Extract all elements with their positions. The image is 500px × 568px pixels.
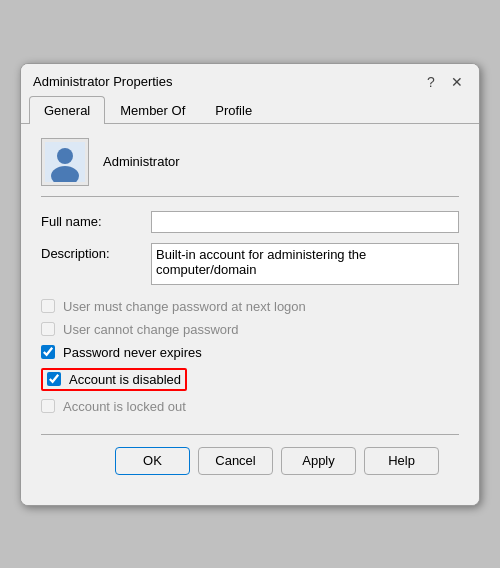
ok-button[interactable]: OK — [115, 447, 190, 475]
checkbox-account-locked-row: Account is locked out — [41, 399, 459, 414]
checkbox-must-change-password-row: User must change password at next logon — [41, 299, 459, 314]
checkbox-account-locked-label: Account is locked out — [63, 399, 186, 414]
checkbox-account-disabled[interactable] — [47, 372, 61, 386]
checkbox-password-never-expires-label: Password never expires — [63, 345, 202, 360]
user-name-label: Administrator — [103, 154, 180, 169]
dialog-content: Administrator Full name: Description: Bu… — [21, 124, 479, 505]
cancel-button[interactable]: Cancel — [198, 447, 273, 475]
checkbox-account-disabled-label: Account is disabled — [69, 372, 181, 387]
checkbox-cannot-change-password-label: User cannot change password — [63, 322, 239, 337]
user-avatar — [41, 138, 89, 186]
administrator-properties-dialog: Administrator Properties ? ✕ General Mem… — [20, 63, 480, 506]
help-icon-button[interactable]: ? — [421, 72, 441, 92]
checkbox-must-change-password-label: User must change password at next logon — [63, 299, 306, 314]
tab-general[interactable]: General — [29, 96, 105, 124]
fullname-label: Full name: — [41, 214, 151, 229]
checkbox-account-locked[interactable] — [41, 399, 55, 413]
description-row: Description: Built-in account for admini… — [41, 243, 459, 285]
close-button[interactable]: ✕ — [447, 72, 467, 92]
checkbox-must-change-password[interactable] — [41, 299, 55, 313]
title-bar-controls: ? ✕ — [421, 72, 467, 92]
checkbox-cannot-change-password-row: User cannot change password — [41, 322, 459, 337]
checkbox-account-disabled-row: Account is disabled — [41, 368, 459, 391]
fullname-input[interactable] — [151, 211, 459, 233]
user-info-section: Administrator — [41, 138, 459, 197]
tabs: General Member Of Profile — [21, 96, 479, 124]
checkbox-password-never-expires[interactable] — [41, 345, 55, 359]
description-input[interactable]: Built-in account for administering the c… — [151, 243, 459, 285]
dialog-title: Administrator Properties — [33, 74, 172, 89]
account-disabled-highlight: Account is disabled — [41, 368, 187, 391]
apply-button[interactable]: Apply — [281, 447, 356, 475]
title-bar: Administrator Properties ? ✕ — [21, 64, 479, 96]
fullname-row: Full name: — [41, 211, 459, 233]
footer-buttons: OK Cancel Apply Help — [41, 434, 459, 491]
tab-member-of[interactable]: Member Of — [105, 96, 200, 124]
svg-point-1 — [57, 148, 73, 164]
title-bar-left: Administrator Properties — [33, 74, 172, 89]
help-button[interactable]: Help — [364, 447, 439, 475]
tab-profile[interactable]: Profile — [200, 96, 267, 124]
checkbox-cannot-change-password[interactable] — [41, 322, 55, 336]
description-label: Description: — [41, 243, 151, 261]
checkboxes-section: User must change password at next logon … — [41, 299, 459, 414]
checkbox-password-never-expires-row: Password never expires — [41, 345, 459, 360]
